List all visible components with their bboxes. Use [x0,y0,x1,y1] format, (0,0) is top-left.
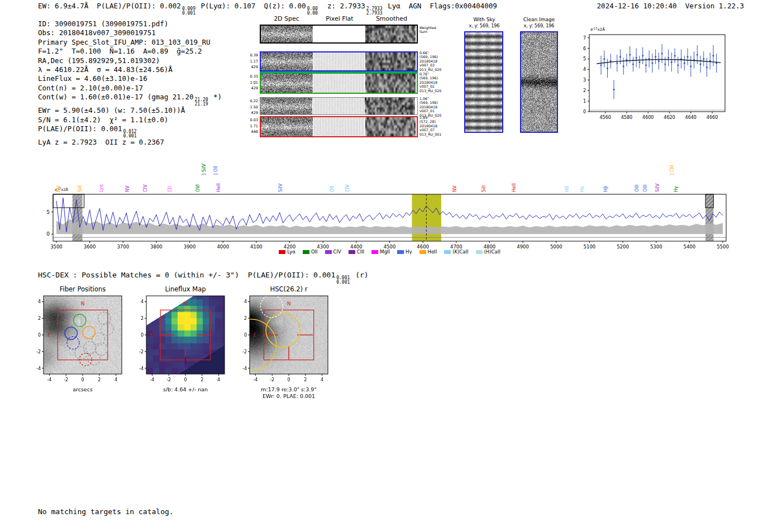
fiber-circle-dashed [67,337,79,349]
svg-text:-4: -4 [36,366,41,371]
hsc-cutout-overlay: NE-4-4-2-2002244 [227,282,345,394]
svg-text:4600: 4600 [642,115,654,120]
svg-text:-4: -4 [242,366,247,371]
emission-line-label: CIV [143,184,148,192]
emission-line-label: Lyα [99,184,104,192]
info-line: Primary Spec_Slot_IFU_AMP: 013_103_019_R… [38,38,222,47]
emission-line-label: Hγ [580,186,585,192]
row1-panel-1 [313,74,365,93]
row1-panel-0 [261,74,313,93]
legend-swatch [279,250,285,254]
fiber-circle-dashed [83,342,96,354]
svg-text:2: 2 [98,377,101,382]
emission-line-label: NV [452,185,457,192]
emission-line-label: CII [168,186,173,192]
hsc-caption-1: m:17.9 re:3.0" s:3.9" [250,386,328,392]
col-header-2dspec: 2D Spec [263,15,311,22]
detection-info-block: ID: 3090019751 (3090019751.pdf)Obs: 2018… [38,20,222,147]
stacked-uncertainty: 0.0090.001 [182,7,196,15]
svg-text:-2: -2 [270,377,274,382]
header-stats: EW: 6.9±4.7Å P(LAE)/P(OII): 0.0020.0090.… [38,2,497,15]
emission-line-label: OIII [635,185,640,192]
weighted-sum-label: WeightedSum [419,26,445,34]
legend-swatch [325,250,332,254]
row0-panel-1 [313,52,365,70]
row-1-fiber-stats: 0.331.01429 [242,74,258,92]
legend-swatch [349,250,355,254]
svg-text:0: 0 [244,333,247,338]
svg-text:2: 2 [583,88,586,93]
svg-text:0: 0 [583,109,586,114]
stacked-uncertainty: 21.2021.19 [194,98,208,106]
row-2-fiber-stats: 0.221.50429 [242,98,258,116]
clean-title: Clean Image [515,17,563,22]
svg-text:4: 4 [244,299,247,304]
row2-panel-2 [365,98,415,114]
emission-line-label: HeII [216,183,221,192]
aperture-circle [266,313,300,347]
row-0-fiber-stats: 0.391.17429 [242,52,258,70]
svg-text:4560: 4560 [600,115,611,120]
legend-item: MgII [371,249,390,255]
svg-text:4660: 4660 [707,115,718,120]
emission-line-label: NV [125,185,130,192]
emission-line-label: NV [56,185,61,192]
legend-item: CIV [325,249,341,255]
legend-swatch [303,250,309,254]
svg-text:0: 0 [184,377,187,382]
svg-text:1: 1 [583,99,586,104]
stacked-uncertainty: 0.000.00 [307,7,318,15]
lineflux-caption: s/b: 4.64 +/- nan [146,386,225,392]
svg-text:-4: -4 [139,366,144,371]
row3-panel-0 [261,117,313,136]
spec2d-row-2 [260,97,418,115]
info-line: Cont(n) = 2.10(±0.00)e-17 [38,84,222,93]
legend-item: (K)CaII [444,249,468,255]
row1-panel-2 [365,74,416,93]
info-line: ID: 3090019751 (3090019751.pdf) [38,20,222,28]
svg-text:6: 6 [583,46,586,51]
legend-swatch [419,250,426,254]
info-line: EWr = 5.90(±4.50) (w: 7.50(±5.10))Å [38,106,222,115]
emission-line-label: HeII [512,183,517,192]
svg-text:4640: 4640 [685,115,697,120]
legend-swatch [371,250,378,254]
legend-item: (H)CaII [476,249,500,255]
svg-text:2: 2 [38,316,41,321]
info-line: P(LAE)/P(OII): 0.0010.0120.001 [38,124,222,138]
clean-coords: x, y: 569, 196 [515,23,563,28]
spectrum-legend: LyαOIICIVCIIIMgIIHγHeII(K)CaII(H)CaII [53,249,726,255]
wsum-panel-1 [313,26,365,42]
svg-text:4: 4 [321,377,323,382]
svg-text:2: 2 [244,316,247,321]
svg-text:0: 0 [141,333,144,338]
svg-text:2: 2 [201,377,203,382]
emission-line-label: OIII [643,185,648,192]
clean-image [521,32,557,132]
svg-text:4: 4 [583,67,586,72]
line-fit-plot: 45604580460046204640466001234567e-17x2Å [573,23,751,127]
emission-line-label: OVI [196,184,201,192]
emission-line-label: ] OII [213,166,218,175]
footer-line-1: No matching targets in catalog. [38,507,174,517]
svg-text:-4: -4 [150,377,154,382]
svg-text:0: 0 [46,231,50,237]
row-1-annotation: 0.76"(569, 196)20180418v007_02013_RU_020 [419,72,446,93]
emission-line-label: Hγ [674,186,679,192]
svg-text:4: 4 [38,299,41,304]
legend-item: CIII [349,249,364,255]
stacked-uncertainty: 2.79332.7933 [366,7,383,15]
svg-text:-2: -2 [166,377,171,382]
svg-text:0: 0 [287,377,290,382]
emission-line-label: Hδ [565,186,570,192]
svg-text:-4: -4 [47,377,51,382]
legend-swatch [476,250,483,254]
svg-text:E: E [254,332,257,338]
svg-text:N: N [184,301,188,306]
wsum-panel-0 [261,26,313,42]
svg-text:4: 4 [217,377,220,382]
spec2d-row-1 [260,73,418,94]
footer-notes: No matching targets in catalog. Row inte… [38,489,174,532]
wsum-panel-2 [365,26,416,42]
spec2d-row-0 [260,51,418,71]
